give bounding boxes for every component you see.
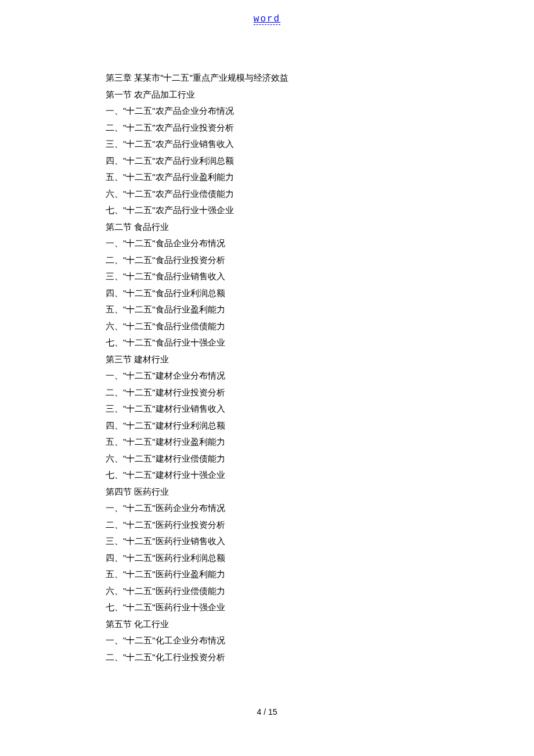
toc-line: 一、"十二五"医药企业分布情况 xyxy=(106,500,431,517)
toc-line: 一、"十二五"化工企业分布情况 xyxy=(106,632,431,649)
toc-line: 第二节 食品行业 xyxy=(106,219,431,236)
toc-line: 四、"十二五"食品行业利润总额 xyxy=(106,285,431,302)
toc-line: 七、"十二五"医药行业十强企业 xyxy=(106,599,431,616)
toc-line: 三、"十二五"农产品行业销售收入 xyxy=(106,136,431,153)
toc-line: 六、"十二五"建材行业偿债能力 xyxy=(106,451,431,467)
page-indicator: 4 / 15 xyxy=(257,707,277,717)
page-footer: 4 / 15 xyxy=(0,707,534,717)
toc-line: 六、"十二五"食品行业偿债能力 xyxy=(106,318,431,335)
toc-line: 七、"十二五"建材行业十强企业 xyxy=(106,467,431,484)
header-link[interactable]: word xyxy=(0,14,534,24)
toc-line: 二、"十二五"医药行业投资分析 xyxy=(106,517,431,534)
toc-line: 四、"十二五"农产品行业利润总额 xyxy=(106,153,431,170)
toc-line: 三、"十二五"食品行业销售收入 xyxy=(106,268,431,285)
toc-line: 五、"十二五"食品行业盈利能力 xyxy=(106,301,431,318)
toc-line: 第五节 化工行业 xyxy=(106,616,431,633)
toc-line: 六、"十二五"医药行业偿债能力 xyxy=(106,583,431,600)
toc-line: 七、"十二五"食品行业十强企业 xyxy=(106,334,431,351)
toc-line: 五、"十二五"医药行业盈利能力 xyxy=(106,566,431,583)
toc-line: 二、"十二五"化工行业投资分析 xyxy=(106,649,431,666)
toc-line: 四、"十二五"医药行业利润总额 xyxy=(106,550,431,567)
toc-line: 一、"十二五"食品企业分布情况 xyxy=(106,235,431,252)
toc-line: 二、"十二五"食品行业投资分析 xyxy=(106,252,431,269)
toc-line: 三、"十二五"建材行业销售收入 xyxy=(106,401,431,417)
toc-line: 一、"十二五"建材企业分布情况 xyxy=(106,368,431,384)
toc-line: 六、"十二五"农产品行业偿债能力 xyxy=(106,186,431,203)
toc-line: 第一节 农产品加工行业 xyxy=(106,87,431,103)
document-page: word 第三章 某某市"十二五"重点产业规模与经济效益 第一节 农产品加工行业… xyxy=(0,0,534,756)
toc-line: 五、"十二五"农产品行业盈利能力 xyxy=(106,169,431,186)
toc-line: 第四节 医药行业 xyxy=(106,484,431,501)
toc-line: 四、"十二五"建材行业利润总额 xyxy=(106,417,431,434)
toc-line: 五、"十二五"建材行业盈利能力 xyxy=(106,434,431,451)
toc-line: 三、"十二五"医药行业销售收入 xyxy=(106,533,431,550)
toc-content: 第三章 某某市"十二五"重点产业规模与经济效益 第一节 农产品加工行业 一、"十… xyxy=(106,70,431,665)
toc-line: 一、"十二五"农产品企业分布情况 xyxy=(106,103,431,120)
toc-line: 七、"十二五"农产品行业十强企业 xyxy=(106,202,431,219)
toc-line: 第三节 建材行业 xyxy=(106,351,431,368)
toc-line: 二、"十二五"农产品行业投资分析 xyxy=(106,120,431,136)
header-link-text: word xyxy=(254,14,280,25)
toc-line: 二、"十二五"建材行业投资分析 xyxy=(106,384,431,401)
toc-line: 第三章 某某市"十二五"重点产业规模与经济效益 xyxy=(106,70,431,87)
